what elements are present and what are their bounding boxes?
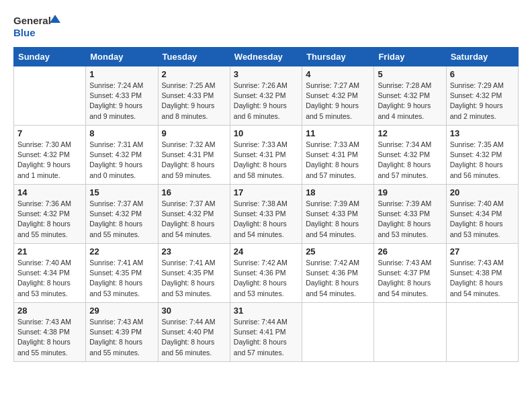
calendar-cell: 16Sunrise: 7:37 AM Sunset: 4:32 PM Dayli… (158, 185, 230, 244)
calendar-cell: 18Sunrise: 7:39 AM Sunset: 4:33 PM Dayli… (302, 185, 374, 244)
logo-svg: General Blue (13, 13, 60, 40)
svg-text:General: General (13, 15, 51, 26)
calendar-cell: 7Sunrise: 7:30 AM Sunset: 4:32 PM Daylig… (14, 126, 86, 185)
day-number: 21 (17, 246, 82, 257)
day-info: Sunrise: 7:28 AM Sunset: 4:32 PM Dayligh… (378, 81, 442, 122)
day-number: 5 (378, 69, 442, 79)
calendar-cell: 26Sunrise: 7:43 AM Sunset: 4:37 PM Dayli… (374, 244, 446, 303)
day-info: Sunrise: 7:26 AM Sunset: 4:32 PM Dayligh… (234, 81, 298, 122)
day-info: Sunrise: 7:44 AM Sunset: 4:40 PM Dayligh… (162, 317, 226, 358)
calendar-cell (302, 303, 374, 362)
day-number: 23 (162, 246, 226, 257)
day-info: Sunrise: 7:34 AM Sunset: 4:32 PM Dayligh… (378, 140, 442, 181)
calendar-week-row: 7Sunrise: 7:30 AM Sunset: 4:32 PM Daylig… (14, 126, 519, 185)
day-info: Sunrise: 7:40 AM Sunset: 4:34 PM Dayligh… (17, 258, 82, 299)
day-number: 31 (234, 306, 298, 316)
day-info: Sunrise: 7:33 AM Sunset: 4:31 PM Dayligh… (306, 140, 370, 181)
day-number: 9 (162, 128, 226, 138)
day-info: Sunrise: 7:39 AM Sunset: 4:33 PM Dayligh… (306, 199, 370, 240)
weekday-header: Tuesday (158, 48, 230, 66)
calendar-cell: 8Sunrise: 7:31 AM Sunset: 4:32 PM Daylig… (86, 126, 158, 185)
calendar-cell: 1Sunrise: 7:24 AM Sunset: 4:33 PM Daylig… (86, 66, 158, 126)
calendar-cell: 20Sunrise: 7:40 AM Sunset: 4:34 PM Dayli… (446, 185, 518, 244)
day-info: Sunrise: 7:43 AM Sunset: 4:38 PM Dayligh… (450, 258, 515, 299)
day-number: 13 (450, 128, 515, 138)
calendar-cell: 10Sunrise: 7:33 AM Sunset: 4:31 PM Dayli… (230, 126, 302, 185)
day-number: 4 (306, 69, 370, 79)
day-info: Sunrise: 7:44 AM Sunset: 4:41 PM Dayligh… (234, 317, 298, 358)
day-info: Sunrise: 7:36 AM Sunset: 4:32 PM Dayligh… (17, 199, 82, 240)
day-number: 15 (89, 187, 154, 197)
day-info: Sunrise: 7:42 AM Sunset: 4:36 PM Dayligh… (234, 258, 298, 299)
calendar-cell: 3Sunrise: 7:26 AM Sunset: 4:32 PM Daylig… (230, 66, 302, 126)
weekday-row: SundayMondayTuesdayWednesdayThursdayFrid… (14, 48, 519, 66)
calendar-table: SundayMondayTuesdayWednesdayThursdayFrid… (13, 47, 519, 362)
calendar-cell: 22Sunrise: 7:41 AM Sunset: 4:35 PM Dayli… (86, 244, 158, 303)
calendar-cell: 11Sunrise: 7:33 AM Sunset: 4:31 PM Dayli… (302, 126, 374, 185)
day-number: 25 (306, 246, 370, 257)
day-number: 1 (89, 69, 154, 79)
calendar-cell: 14Sunrise: 7:36 AM Sunset: 4:32 PM Dayli… (14, 185, 86, 244)
day-number: 16 (162, 187, 226, 197)
logo: General Blue (13, 13, 60, 40)
weekday-header: Monday (86, 48, 158, 66)
day-number: 12 (378, 128, 442, 138)
calendar-cell: 24Sunrise: 7:42 AM Sunset: 4:36 PM Dayli… (230, 244, 302, 303)
calendar-cell (14, 66, 86, 126)
day-number: 27 (450, 246, 515, 257)
calendar-cell: 30Sunrise: 7:44 AM Sunset: 4:40 PM Dayli… (158, 303, 230, 362)
weekday-header: Friday (374, 48, 446, 66)
day-number: 30 (162, 306, 226, 316)
day-number: 17 (234, 187, 298, 197)
day-info: Sunrise: 7:43 AM Sunset: 4:37 PM Dayligh… (378, 258, 442, 299)
calendar-cell (446, 303, 518, 362)
day-info: Sunrise: 7:25 AM Sunset: 4:33 PM Dayligh… (162, 81, 226, 122)
calendar-cell: 5Sunrise: 7:28 AM Sunset: 4:32 PM Daylig… (374, 66, 446, 126)
day-number: 14 (17, 187, 82, 197)
day-number: 10 (234, 128, 298, 138)
calendar-cell: 17Sunrise: 7:38 AM Sunset: 4:33 PM Dayli… (230, 185, 302, 244)
calendar-cell: 2Sunrise: 7:25 AM Sunset: 4:33 PM Daylig… (158, 66, 230, 126)
svg-marker-2 (50, 15, 60, 23)
calendar-cell: 6Sunrise: 7:29 AM Sunset: 4:32 PM Daylig… (446, 66, 518, 126)
day-number: 24 (234, 246, 298, 257)
calendar-cell: 23Sunrise: 7:41 AM Sunset: 4:35 PM Dayli… (158, 244, 230, 303)
day-info: Sunrise: 7:35 AM Sunset: 4:32 PM Dayligh… (450, 140, 515, 181)
calendar-week-row: 21Sunrise: 7:40 AM Sunset: 4:34 PM Dayli… (14, 244, 519, 303)
day-info: Sunrise: 7:27 AM Sunset: 4:32 PM Dayligh… (306, 81, 370, 122)
calendar-week-row: 14Sunrise: 7:36 AM Sunset: 4:32 PM Dayli… (14, 185, 519, 244)
day-number: 2 (162, 69, 226, 79)
calendar-body: 1Sunrise: 7:24 AM Sunset: 4:33 PM Daylig… (14, 66, 519, 362)
day-number: 19 (378, 187, 442, 197)
weekday-header: Thursday (302, 48, 374, 66)
calendar-cell: 13Sunrise: 7:35 AM Sunset: 4:32 PM Dayli… (446, 126, 518, 185)
day-number: 28 (17, 306, 82, 316)
weekday-header: Wednesday (230, 48, 302, 66)
weekday-header: Saturday (446, 48, 518, 66)
calendar-week-row: 1Sunrise: 7:24 AM Sunset: 4:33 PM Daylig… (14, 66, 519, 126)
day-number: 7 (17, 128, 82, 138)
day-info: Sunrise: 7:43 AM Sunset: 4:38 PM Dayligh… (17, 317, 82, 358)
day-info: Sunrise: 7:38 AM Sunset: 4:33 PM Dayligh… (234, 199, 298, 240)
day-number: 6 (450, 69, 515, 79)
day-info: Sunrise: 7:24 AM Sunset: 4:33 PM Dayligh… (89, 81, 154, 122)
day-number: 26 (378, 246, 442, 257)
day-number: 8 (89, 128, 154, 138)
day-number: 29 (89, 306, 154, 316)
day-info: Sunrise: 7:30 AM Sunset: 4:32 PM Dayligh… (17, 140, 82, 181)
day-info: Sunrise: 7:33 AM Sunset: 4:31 PM Dayligh… (234, 140, 298, 181)
day-info: Sunrise: 7:37 AM Sunset: 4:32 PM Dayligh… (89, 199, 154, 240)
calendar-cell: 19Sunrise: 7:39 AM Sunset: 4:33 PM Dayli… (374, 185, 446, 244)
calendar-cell: 31Sunrise: 7:44 AM Sunset: 4:41 PM Dayli… (230, 303, 302, 362)
page-header: General Blue (13, 13, 519, 40)
weekday-header: Sunday (14, 48, 86, 66)
day-info: Sunrise: 7:43 AM Sunset: 4:39 PM Dayligh… (89, 317, 154, 358)
calendar-cell (374, 303, 446, 362)
day-number: 22 (89, 246, 154, 257)
calendar-cell: 9Sunrise: 7:32 AM Sunset: 4:31 PM Daylig… (158, 126, 230, 185)
day-info: Sunrise: 7:41 AM Sunset: 4:35 PM Dayligh… (89, 258, 154, 299)
calendar-cell: 15Sunrise: 7:37 AM Sunset: 4:32 PM Dayli… (86, 185, 158, 244)
calendar-cell: 21Sunrise: 7:40 AM Sunset: 4:34 PM Dayli… (14, 244, 86, 303)
day-info: Sunrise: 7:42 AM Sunset: 4:36 PM Dayligh… (306, 258, 370, 299)
day-number: 11 (306, 128, 370, 138)
